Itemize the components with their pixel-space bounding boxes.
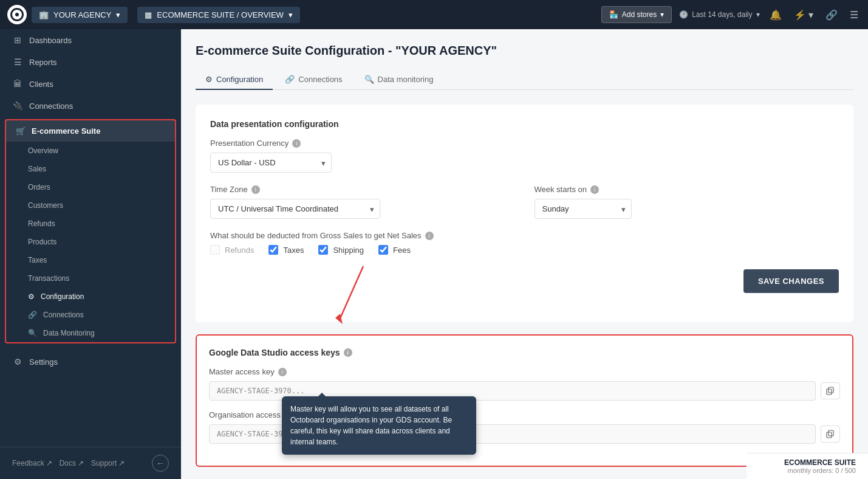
sidebar-item-refunds[interactable]: Refunds <box>6 215 175 233</box>
currency-info-icon[interactable]: i <box>292 139 301 148</box>
checkbox-shipping: Shipping <box>318 245 364 255</box>
user-menu-button[interactable]: ⚡ ▾ <box>791 7 816 23</box>
week-starts-label-text: Week starts on <box>535 185 587 194</box>
deductions-info-icon[interactable]: i <box>425 232 434 240</box>
topbar: 🏢 YOUR AGENCY ▾ ▦ ECOMMERCE SUITE / OVER… <box>0 0 868 29</box>
sidebar-item-label: Clients <box>29 80 53 89</box>
connections-icon: 🔌 <box>12 101 23 111</box>
master-key-copy-button[interactable] <box>821 382 840 399</box>
sidebar-item-orders[interactable]: Orders <box>6 178 175 196</box>
svg-rect-2 <box>827 389 832 395</box>
suite-icon: ▦ <box>145 10 152 19</box>
tab-configuration[interactable]: ⚙ Configuration <box>196 70 273 90</box>
currency-select[interactable]: US Dollar - USD Euro - EUR British Pound… <box>210 153 332 173</box>
connections-sub-icon: 🔗 <box>28 311 37 319</box>
week-starts-select[interactable]: Sunday Monday <box>535 199 632 219</box>
taxes-checkbox[interactable] <box>268 245 278 255</box>
week-starts-label: Week starts on i <box>535 185 839 194</box>
access-keys-section: Google Data Studio access keys i Master … <box>196 334 853 467</box>
taxes-label: Taxes <box>283 246 304 255</box>
timezone-label-text: Time Zone <box>210 185 248 194</box>
monitoring-icon: 🔍 <box>28 329 37 337</box>
logo <box>7 5 27 24</box>
tabs: ⚙ Configuration 🔗 Connections 🔍 Data mon… <box>196 70 853 90</box>
access-keys-title-text: Google Data Studio access keys <box>209 348 340 357</box>
settings-icon: ⚙ <box>12 357 23 367</box>
sub-item-label: Overview <box>28 146 58 155</box>
notifications-button[interactable]: 🔔 <box>767 7 784 23</box>
add-stores-button[interactable]: 🏪 Add stores ▾ <box>601 6 672 23</box>
tab-connections[interactable]: 🔗 Connections <box>275 70 352 90</box>
sidebar-item-transactions[interactable]: Transactions <box>6 269 175 288</box>
sidebar-item-sales[interactable]: Sales <box>6 160 175 178</box>
sidebar-item-label: Connections <box>29 102 73 111</box>
app-body: ⊞ Dashboards ☰ Reports 🏛 Clients 🔌 Conne… <box>0 29 868 479</box>
sidebar-item-data-monitoring[interactable]: 🔍 Data Monitoring <box>6 324 175 342</box>
currency-select-wrapper: US Dollar - USD Euro - EUR British Pound… <box>210 153 332 173</box>
sidebar-item-connections-sub[interactable]: 🔗 Connections <box>6 306 175 324</box>
suite-label: ECOMMERCE SUITE / OVERVIEW <box>157 10 284 19</box>
copy-icon <box>826 387 835 395</box>
sidebar-item-reports[interactable]: ☰ Reports <box>0 51 181 73</box>
sidebar-item-overview[interactable]: Overview <box>6 142 175 160</box>
share-button[interactable]: 🔗 <box>823 7 840 23</box>
sidebar-item-label: Dashboards <box>29 36 72 45</box>
date-filter[interactable]: 🕐 Last 14 days, daily ▾ <box>679 10 759 19</box>
deductions-label: What should be deducted from Gross Sales… <box>210 231 839 240</box>
support-link[interactable]: Support ↗ <box>91 455 125 472</box>
access-keys-title: Google Data Studio access keys i <box>209 348 840 357</box>
timezone-select-wrapper: UTC / Universal Time Coordinated America… <box>210 199 380 219</box>
master-key-info-icon[interactable]: i <box>278 368 287 376</box>
access-keys-info-icon[interactable]: i <box>344 348 352 357</box>
docs-label: Docs <box>60 459 76 467</box>
week-starts-col: Week starts on i Sunday Monday ▾ <box>535 185 839 219</box>
checkbox-taxes: Taxes <box>268 245 304 255</box>
suite-selector[interactable]: ▦ ECOMMERCE SUITE / OVERVIEW ▾ <box>137 7 300 23</box>
week-starts-select-wrapper: Sunday Monday ▾ <box>535 199 632 219</box>
logo-icon <box>10 8 24 21</box>
sub-item-label: Customers <box>28 201 63 210</box>
reports-icon: ☰ <box>12 57 23 67</box>
fees-checkbox[interactable] <box>378 245 388 255</box>
bottom-bar-sub: monthly orders: 0 / 500 <box>759 467 856 474</box>
sidebar-item-dashboards[interactable]: ⊞ Dashboards <box>0 29 181 51</box>
sub-item-label: Transactions <box>28 274 69 283</box>
sidebar-item-connections[interactable]: 🔌 Connections <box>0 95 181 117</box>
sidebar-item-configuration[interactable]: ⚙ Configuration <box>6 288 175 306</box>
external-link-icon: ↗ <box>78 459 84 467</box>
timezone-week-row: Time Zone i UTC / Universal Time Coordin… <box>210 185 839 219</box>
currency-label: Presentation Currency i <box>210 139 839 148</box>
connections-tab-icon: 🔗 <box>285 75 295 84</box>
currency-label-text: Presentation Currency <box>210 139 289 148</box>
sub-item-label: Configuration <box>41 292 84 301</box>
menu-button[interactable]: ☰ <box>847 7 861 23</box>
master-key-tooltip: Master key will allow you to see all dat… <box>282 396 476 455</box>
sidebar-item-customers[interactable]: Customers <box>6 196 175 215</box>
shipping-checkbox[interactable] <box>318 245 328 255</box>
sub-item-label: Products <box>28 238 56 246</box>
org-key-copy-button[interactable] <box>821 426 840 443</box>
sidebar-item-settings[interactable]: ⚙ Settings <box>0 351 181 373</box>
sidebar-item-clients[interactable]: 🏛 Clients <box>0 73 181 95</box>
chevron-down-icon: ▾ <box>660 10 664 19</box>
agency-selector[interactable]: 🏢 YOUR AGENCY ▾ <box>32 7 128 23</box>
sidebar-item-products[interactable]: Products <box>6 233 175 251</box>
timezone-info-icon[interactable]: i <box>251 185 260 194</box>
save-changes-button[interactable]: SAVE CHANGES <box>743 269 839 293</box>
sidebar-item-taxes[interactable]: Taxes <box>6 251 175 269</box>
support-label: Support <box>91 459 117 467</box>
week-starts-info-icon[interactable]: i <box>590 185 599 194</box>
timezone-select[interactable]: UTC / Universal Time Coordinated America… <box>210 199 380 219</box>
agency-icon: 🏢 <box>39 10 49 19</box>
topbar-right: 🏪 Add stores ▾ 🕐 Last 14 days, daily ▾ 🔔… <box>601 6 861 23</box>
refunds-label: Refunds <box>225 246 254 255</box>
sidebar-item-ecommerce-suite[interactable]: 🛒 E-commerce Suite <box>6 120 175 142</box>
docs-link[interactable]: Docs ↗ <box>60 455 84 472</box>
sub-item-label: Sales <box>28 165 46 173</box>
tab-data-monitoring[interactable]: 🔍 Data monitoring <box>355 70 443 90</box>
refunds-checkbox[interactable] <box>210 245 220 255</box>
sidebar: ⊞ Dashboards ☰ Reports 🏛 Clients 🔌 Conne… <box>0 29 181 479</box>
back-button[interactable]: ← <box>152 455 169 472</box>
sub-item-label: Orders <box>28 183 50 191</box>
feedback-link[interactable]: Feedback ↗ <box>12 455 52 472</box>
